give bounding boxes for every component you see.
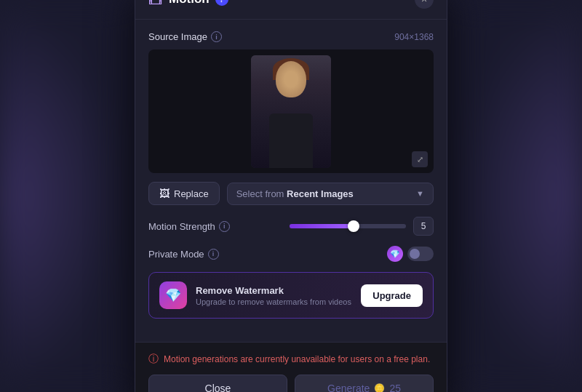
source-image-header: Source Image i 904×1368	[148, 31, 434, 42]
person-head	[276, 61, 306, 97]
person-figure	[251, 55, 331, 168]
private-mode-toggle[interactable]	[407, 247, 434, 261]
watermark-text-block: Remove Watermark Upgrade to remove water…	[196, 285, 352, 306]
generate-credit-amount: 25	[389, 383, 401, 392]
modal-body: Source Image i 904×1368 ⤢ 🖼 Replace	[135, 20, 447, 342]
generate-label: Generate	[327, 383, 370, 392]
close-icon-button[interactable]: ×	[415, 0, 434, 9]
private-mode-label: Private Mode i	[148, 249, 219, 260]
watermark-title: Remove Watermark	[196, 285, 352, 296]
image-dimensions: 904×1368	[394, 32, 434, 42]
bg-blur-left	[0, 0, 124, 392]
private-mode-diamond-icon: 💎	[387, 246, 403, 262]
header-left: 🎞 Motion ?	[148, 0, 228, 8]
notice-icon: ⓘ	[148, 353, 159, 366]
close-footer-button[interactable]: Close	[148, 375, 287, 392]
replace-button[interactable]: 🖼 Replace	[148, 182, 220, 205]
recent-images-dropdown[interactable]: Select from Recent Images ▼	[227, 183, 434, 205]
motion-strength-slider-container: 5	[290, 217, 434, 236]
source-image-label: Source Image	[148, 31, 207, 42]
modal-header: 🎞 Motion ? ×	[135, 0, 447, 20]
slider-thumb[interactable]	[348, 220, 359, 232]
footer-buttons: Close Generate 🪙 25	[148, 375, 434, 392]
motion-strength-slider[interactable]	[290, 224, 406, 228]
motion-modal: 🎞 Motion ? × Source Image i 904×1368	[135, 0, 447, 392]
modal-footer: ⓘ Motion generations are currently unava…	[135, 342, 447, 392]
expand-button[interactable]: ⤢	[412, 151, 428, 167]
modal-title: Motion	[169, 0, 210, 7]
notice-bar: ⓘ Motion generations are currently unava…	[148, 353, 434, 366]
person-body	[269, 113, 313, 168]
credit-icon: 🪙	[374, 383, 385, 392]
help-badge[interactable]: ?	[215, 0, 228, 6]
watermark-banner: 💎 Remove Watermark Upgrade to remove wat…	[148, 272, 434, 319]
replace-row: 🖼 Replace Select from Recent Images ▼	[148, 182, 434, 205]
source-image-title: Source Image i	[148, 31, 222, 42]
watermark-subtitle: Upgrade to remove watermarks from videos	[196, 297, 352, 306]
private-mode-text: Private Mode	[148, 249, 204, 260]
source-image-preview	[251, 55, 331, 168]
motion-strength-label: Motion Strength i	[148, 221, 230, 232]
generate-button[interactable]: Generate 🪙 25	[295, 375, 434, 392]
source-image-container: ⤢	[148, 49, 434, 173]
slider-fill	[290, 224, 354, 228]
source-image-info-icon[interactable]: i	[211, 31, 222, 42]
motion-strength-value: 5	[413, 217, 434, 236]
replace-icon: 🖼	[159, 188, 170, 199]
private-mode-toggle-container: 💎	[387, 246, 434, 262]
motion-strength-text: Motion Strength	[148, 221, 215, 232]
watermark-diamond-icon: 💎	[159, 281, 187, 309]
replace-label: Replace	[174, 188, 209, 199]
notice-text: Motion generations are currently unavail…	[164, 354, 430, 364]
private-mode-info-icon[interactable]: i	[208, 249, 219, 260]
chevron-down-icon: ▼	[416, 189, 424, 198]
film-icon: 🎞	[148, 0, 163, 8]
motion-strength-info-icon[interactable]: i	[219, 221, 230, 232]
toggle-knob	[410, 249, 420, 259]
recent-images-text: Select from Recent Images	[236, 188, 354, 199]
recent-images-bold: Recent Images	[287, 188, 354, 199]
bg-blur-right	[458, 0, 582, 392]
private-mode-row: Private Mode i 💎	[148, 246, 434, 262]
upgrade-button[interactable]: Upgrade	[361, 284, 423, 307]
motion-strength-row: Motion Strength i 5	[148, 217, 434, 236]
